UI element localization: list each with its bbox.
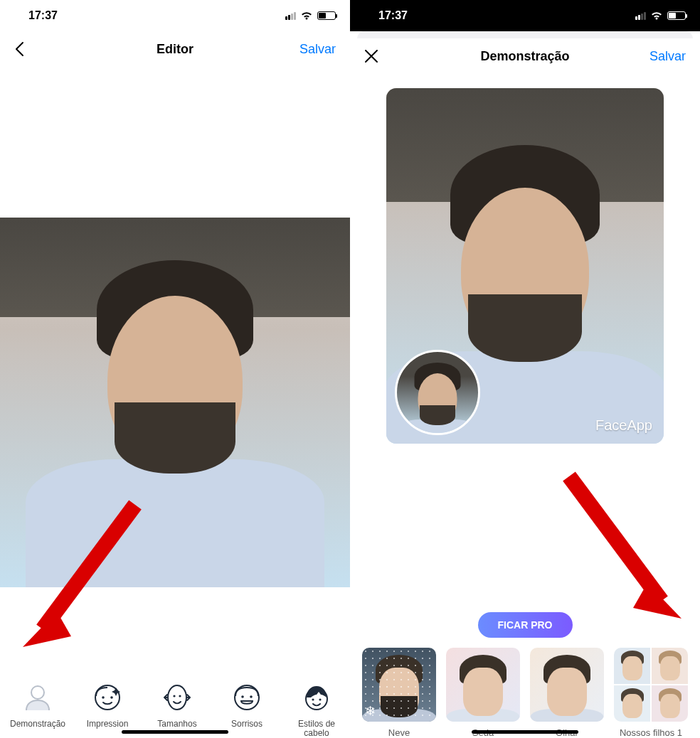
filter-thumbnail: ❄ — [362, 648, 436, 722]
page-title: Demonstração — [480, 49, 569, 64]
page-title: Editor — [157, 42, 193, 57]
status-bar: 17:37 — [350, 0, 700, 31]
category-tamanhos[interactable]: Tamanhos — [142, 680, 212, 738]
battery-icon — [317, 11, 336, 20]
svg-point-3 — [102, 696, 105, 699]
svg-point-12 — [250, 695, 253, 698]
phone-left: 17:37 Editor Salvar — [0, 0, 350, 738]
resize-face-icon — [159, 680, 195, 715]
filter-nossos-filhos[interactable]: Nossos filhos 1 — [614, 648, 688, 738]
category-strip[interactable]: Demonstração Impression Tamanhos Sorriso — [0, 674, 350, 738]
save-button[interactable]: Salvar — [649, 49, 686, 63]
nav-bar: Editor Salvar — [0, 31, 350, 67]
category-sorrisos[interactable]: Sorrisos — [212, 680, 282, 738]
svg-point-6 — [173, 695, 175, 697]
original-thumbnail[interactable] — [395, 350, 480, 435]
pro-button[interactable]: FICAR PRO — [478, 612, 573, 638]
filter-thumbnail — [446, 648, 520, 722]
category-label: Tamanhos — [157, 720, 196, 729]
battery-icon — [667, 11, 686, 20]
status-time: 17:37 — [378, 9, 408, 22]
svg-point-15 — [319, 698, 321, 700]
category-demonstracao[interactable]: Demonstração — [3, 680, 73, 738]
back-button[interactable] — [14, 41, 57, 57]
close-button[interactable] — [364, 49, 407, 63]
filter-neve[interactable]: ❄ Neve — [362, 648, 436, 738]
svg-point-11 — [241, 695, 244, 698]
sparkle-face-icon — [90, 680, 125, 715]
svg-point-5 — [168, 685, 186, 710]
status-right — [635, 11, 686, 21]
bottom-panel: FICAR PRO ❄ Neve Seda Olhar — [350, 595, 700, 738]
bottom-panel: Demonstração Impression Tamanhos Sorriso — [0, 674, 350, 738]
save-button[interactable]: Salvar — [299, 42, 336, 56]
signal-icon — [635, 12, 646, 20]
svg-point-4 — [110, 696, 113, 699]
filter-thumbnail — [530, 648, 604, 722]
filter-olhar[interactable]: Olhar — [530, 648, 604, 738]
category-label: Sorrisos — [231, 720, 262, 729]
person-icon — [20, 680, 55, 715]
filter-label: Nossos filhos 1 — [620, 727, 682, 738]
sheet-handle — [357, 31, 693, 38]
photo-area[interactable] — [0, 67, 350, 674]
phone-right: 17:37 Demonstração Salvar — [350, 0, 700, 738]
svg-point-7 — [179, 695, 181, 697]
close-icon — [364, 49, 378, 63]
filter-thumbnail — [614, 648, 688, 722]
category-label: Demonstração — [10, 720, 65, 729]
category-label: Impression — [87, 720, 129, 729]
snowflake-icon: ❄ — [365, 703, 376, 719]
photo-area[interactable]: FaceApp — [350, 74, 700, 595]
smile-face-icon — [229, 680, 265, 715]
status-right — [285, 11, 336, 21]
chevron-left-icon — [14, 41, 24, 57]
category-label: Estilos de cabelo — [285, 720, 349, 738]
edited-photo — [0, 218, 350, 587]
haircut-face-icon — [299, 680, 334, 715]
nav-bar: Demonstração Salvar — [350, 38, 700, 74]
status-bar: 17:37 — [0, 0, 350, 31]
signal-icon — [285, 12, 296, 20]
home-indicator[interactable] — [122, 730, 228, 734]
filter-seda[interactable]: Seda — [446, 648, 520, 738]
result-photo: FaceApp — [386, 88, 664, 444]
filter-strip[interactable]: ❄ Neve Seda Olhar — [355, 648, 695, 738]
svg-point-14 — [312, 698, 314, 700]
category-impression[interactable]: Impression — [73, 680, 142, 738]
category-estilos-cabelo[interactable]: Estilos de cabelo — [282, 680, 351, 738]
home-indicator[interactable] — [472, 730, 578, 734]
filter-label: Neve — [388, 727, 410, 738]
watermark: FaceApp — [595, 417, 652, 434]
wifi-icon — [300, 11, 313, 21]
svg-point-1 — [31, 686, 44, 699]
wifi-icon — [650, 11, 663, 21]
status-time: 17:37 — [28, 9, 58, 22]
